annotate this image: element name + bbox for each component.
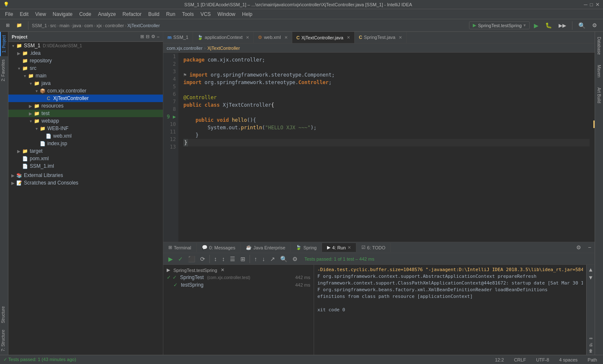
tree-item-java[interactable]: ▾ 📁 java (8, 79, 163, 87)
coverage-button[interactable]: ▶▶ (556, 22, 569, 29)
database-panel-tab[interactable]: Database (596, 33, 602, 58)
run-magnify-button[interactable]: 🔍 (278, 255, 289, 263)
tab-spring[interactable]: 🍃 Spring (291, 243, 322, 252)
breadcrumb-package[interactable]: com.xjx.controller (167, 46, 203, 51)
minimize-button[interactable]: ─ (584, 2, 588, 8)
menu-item-window[interactable]: Window (214, 10, 239, 18)
menu-item-analyze[interactable]: Analyze (95, 10, 119, 18)
breadcrumb-class[interactable]: XjTextController (127, 23, 160, 28)
close-run-tab-button[interactable]: ✕ (348, 245, 351, 250)
project-collapse-button[interactable]: ⊟ (146, 34, 149, 39)
tab-run[interactable]: ▶ 4: Run ✕ (322, 243, 356, 252)
tab-ssm1[interactable]: m SSM_1 (163, 32, 193, 43)
project-settings-button[interactable]: ⚙ (151, 34, 155, 39)
project-panel-tab[interactable]: 1: Project (0, 32, 8, 56)
run-up-button[interactable]: ↑ (253, 255, 259, 263)
tree-item-external-libraries[interactable]: ▶ 📚 External Libraries (8, 172, 163, 179)
tab-xjtextcontroller[interactable]: C XjTextController.java ✕ (292, 32, 355, 43)
run-down-button[interactable]: ↓ (260, 255, 267, 263)
tree-item-iml[interactable]: 📄 SSM_1.iml (8, 162, 163, 170)
structure-panel-tab[interactable]: Structure (0, 303, 8, 327)
run-sort-button[interactable]: ↕ (212, 255, 219, 263)
run-expand-button[interactable]: ⊞ (239, 255, 247, 263)
menu-item-edit[interactable]: Edit (16, 10, 32, 18)
tree-item-test[interactable]: ▶ 📁 test (8, 110, 163, 117)
breadcrumb-xjx[interactable]: xjx (96, 23, 102, 28)
status-position[interactable]: 12:2 (492, 357, 506, 362)
tree-item-webxml[interactable]: 📄 web.xml (8, 132, 163, 140)
settings-button[interactable]: ⚙ (590, 21, 600, 29)
tree-item-main[interactable]: ▾ 📁 main (8, 72, 163, 79)
toolbar-back-button[interactable]: ⊞ (3, 22, 12, 29)
tab-terminal[interactable]: ⊞ Terminal (163, 243, 197, 252)
tab-todo[interactable]: ☑ 6: TODO (356, 243, 391, 252)
project-hide-button[interactable]: − (157, 34, 160, 39)
close-xjtextcontroller-button[interactable]: ✕ (347, 35, 350, 40)
tree-item-ssm1[interactable]: ▾ 📁 SSM_1 D:\IDEAcode\SSM_1 (8, 42, 163, 49)
run-filter-button[interactable]: ⟳ (198, 255, 207, 263)
test-item-springtest[interactable]: ✓ ✓ SpringTest (com.xjx.controller.test)… (163, 274, 314, 281)
tree-item-xjtextcontroller[interactable]: C XjTextController (8, 95, 163, 102)
close-springtest-button[interactable]: ✕ (399, 35, 402, 40)
breadcrumb-classname[interactable]: XjTextController (207, 46, 240, 51)
menu-item-code[interactable]: Code (76, 10, 95, 18)
scroll-down-button[interactable]: ▼ (588, 274, 593, 281)
tree-item-webapp[interactable]: ▾ 📁 webapp (8, 117, 163, 125)
status-encoding[interactable]: UTF-8 (533, 357, 551, 362)
wrap-button[interactable]: ⇔ (589, 336, 593, 341)
run-gear-button[interactable]: ⚙ (291, 255, 299, 263)
run-rerun-button[interactable]: ✓ (176, 255, 185, 263)
tree-item-webinf[interactable]: ▾ 📁 WEB-INF (8, 125, 163, 132)
run-export-button[interactable]: ↗ (268, 255, 277, 263)
scroll-up-button[interactable]: ▲ (588, 267, 593, 273)
maximize-button[interactable]: □ (590, 2, 593, 8)
search-everywhere-button[interactable]: 🔍 (576, 21, 588, 30)
tab-springtest[interactable]: C SpringTest.java ✕ (355, 32, 407, 43)
close-button[interactable]: ✕ (595, 2, 600, 8)
close-webxml-button[interactable]: ✕ (284, 35, 288, 40)
tab-java-enterprise[interactable]: ☕ Java Enterprise (241, 243, 291, 252)
tree-item-repository[interactable]: 📁 repository (8, 57, 163, 64)
breadcrumb-com[interactable]: com (84, 23, 93, 28)
tab-webxml[interactable]: ⚙ web.xml ✕ (254, 32, 292, 43)
favorites-panel-tab[interactable]: 2: Favorites (0, 56, 8, 85)
tree-item-target[interactable]: ▶ 📁 target (8, 147, 163, 155)
maven-panel-tab[interactable]: Maven (596, 62, 602, 81)
status-indent[interactable]: 4 spaces (557, 357, 580, 362)
tree-item-indexjsp[interactable]: 📄 index.jsp (8, 140, 163, 147)
console-output[interactable]: -Didea.test.cyclic.buffer.size=1048576 "… (314, 265, 586, 355)
status-path-label[interactable]: Path (585, 357, 600, 362)
menu-item-view[interactable]: View (32, 10, 49, 18)
art-build-panel-tab[interactable]: Art Build (596, 84, 602, 107)
menu-item-file[interactable]: File (2, 10, 16, 18)
tree-item-src[interactable]: ▾ 📁 src (8, 64, 163, 72)
menu-item-vcs[interactable]: VCS (197, 10, 214, 18)
run-again-button[interactable]: ▶ (167, 255, 175, 263)
run-config-selector[interactable]: ▶ SpringTest.testSpring ▾ (469, 21, 530, 29)
run-stop-button[interactable]: ⬛ (186, 255, 197, 263)
run-panel-hide-button[interactable]: − (585, 244, 595, 251)
close-applicationcontext-button[interactable]: ✕ (246, 35, 249, 40)
structure-7-panel-tab[interactable]: 7: Structure (0, 326, 8, 355)
run-list-button[interactable]: ☰ (228, 255, 237, 263)
test-item-testspring[interactable]: ✓ testSpring 442 ms (163, 281, 314, 289)
run-button[interactable]: ▶ (531, 21, 541, 30)
clear-button[interactable]: 🗑 (589, 349, 593, 353)
project-sync-button[interactable]: ⊞ (140, 34, 144, 39)
toolbar-folder-button[interactable]: 📁 (14, 22, 25, 29)
tab-messages[interactable]: 💬 0: Messages (197, 243, 241, 252)
menu-item-refactor[interactable]: Refactor (119, 10, 145, 18)
run-panel-settings-button[interactable]: ⚙ (573, 244, 585, 251)
breadcrumb-controller[interactable]: controller (105, 23, 124, 28)
tree-item-scratches[interactable]: ▶ 📝 Scratches and Consoles (8, 179, 163, 187)
status-line-ending[interactable]: CRLF (511, 357, 528, 362)
code-content[interactable]: package com.xjx.controller; ⚑ import org… (178, 53, 595, 242)
menu-item-run[interactable]: Run (163, 10, 179, 18)
menu-item-tools[interactable]: Tools (179, 10, 197, 18)
print-button[interactable]: 🖨 (589, 342, 593, 347)
breadcrumb-ssm1[interactable]: SSM_1 (32, 23, 47, 28)
tab-applicationcontext[interactable]: 🍃 applicationContext ✕ (193, 32, 254, 43)
menu-item-help[interactable]: Help (239, 10, 256, 18)
menu-item-navigate[interactable]: Navigate (49, 10, 76, 18)
tree-item-package[interactable]: ▾ 📦 com.xjx.controller (8, 87, 163, 95)
